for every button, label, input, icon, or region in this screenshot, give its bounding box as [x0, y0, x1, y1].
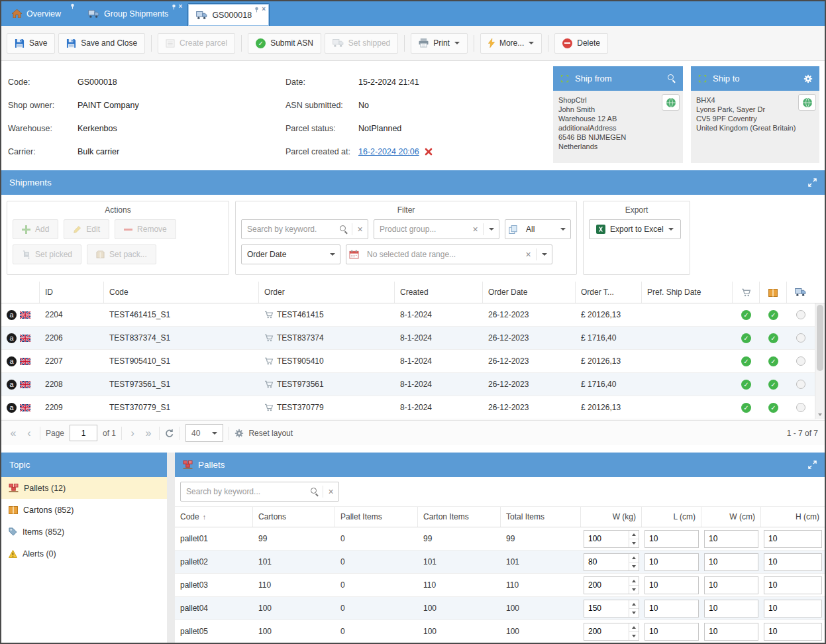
pallet-row[interactable]: pallet03 110 0 110 110 [175, 574, 825, 597]
remove-parcel-icon[interactable] [425, 148, 433, 156]
pallet-row[interactable]: pallet04 100 0 100 100 [175, 597, 825, 620]
date-range-picker[interactable]: No selected date range... [346, 244, 552, 264]
column-header-h-cm[interactable]: H (cm) [761, 507, 825, 527]
pallet-row[interactable]: pallet02 101 0 101 101 [175, 551, 825, 574]
weight-input[interactable] [584, 554, 629, 570]
column-header-pref-ship-date[interactable]: Pref. Ship Date [642, 282, 733, 303]
chevron-down-icon[interactable] [537, 245, 552, 264]
chevron-down-icon[interactable] [484, 220, 499, 239]
pallet-row[interactable]: pallet05 100 0 100 100 [175, 620, 825, 643]
expand-icon[interactable] [808, 178, 817, 187]
remove-button[interactable]: Remove [115, 219, 176, 239]
scrollbar-thumb[interactable] [817, 305, 823, 371]
column-header-pallet-items[interactable]: Pallet Items [335, 507, 418, 527]
search-icon[interactable] [336, 220, 352, 239]
search-icon[interactable] [668, 74, 676, 83]
gear-icon[interactable] [803, 74, 813, 83]
length-input[interactable] [645, 576, 699, 594]
clear-search-icon[interactable] [352, 220, 368, 239]
height-input[interactable] [764, 553, 822, 571]
spin-down-button[interactable] [629, 539, 639, 547]
width-input[interactable] [704, 600, 758, 617]
shipment-order[interactable]: TEST973561 [277, 380, 324, 389]
chevron-down-icon[interactable] [325, 245, 340, 264]
height-input[interactable] [764, 623, 822, 641]
more-button[interactable]: More... [480, 33, 542, 54]
spin-up-button[interactable] [629, 577, 639, 586]
weight-input[interactable] [584, 600, 629, 617]
ship-from-globe-button[interactable] [662, 94, 680, 111]
topic-item-items[interactable]: Items (852) [1, 521, 167, 543]
column-header-code[interactable]: Code [104, 282, 259, 303]
clear-icon[interactable] [468, 220, 483, 239]
column-header-packed[interactable] [760, 282, 787, 303]
product-group-combo[interactable]: Product group... [374, 219, 499, 239]
set-picked-button[interactable]: Set picked [13, 244, 81, 264]
tab-group-shipments[interactable]: Group Shipments [80, 1, 185, 26]
print-button[interactable]: Print [411, 33, 468, 54]
column-header-id[interactable]: ID [40, 282, 104, 303]
page-size-combo[interactable]: 40 [185, 424, 223, 442]
shipment-row[interactable]: 2209 TEST370779_S1 TEST370779 8-1-2024 2… [1, 396, 825, 419]
clear-search-icon[interactable] [323, 482, 338, 501]
topic-item-pallets[interactable]: Pallets (12) [1, 477, 167, 499]
pallet-row[interactable]: pallet01 99 0 99 99 [175, 527, 825, 551]
column-header-order-total[interactable]: Order T... [576, 282, 642, 303]
pin-icon[interactable] [254, 7, 259, 13]
column-header-cartons[interactable]: Cartons [253, 507, 335, 527]
width-input[interactable] [704, 553, 758, 571]
delete-button[interactable]: Delete [554, 33, 608, 54]
spin-up-button[interactable] [629, 600, 639, 609]
weight-input[interactable] [584, 623, 629, 640]
spin-up-button[interactable] [629, 531, 639, 539]
close-tab-icon[interactable] [262, 6, 266, 13]
height-input[interactable] [764, 576, 822, 594]
column-header-total-items[interactable]: Total Items [501, 507, 581, 527]
parcel-created-link[interactable]: 16-2-2024 20:06 [358, 147, 419, 156]
length-input[interactable] [645, 623, 699, 641]
pallets-search-input[interactable] [181, 487, 307, 496]
shipped-radio-icon[interactable] [796, 310, 805, 319]
tab-overview[interactable]: Overview [4, 1, 78, 26]
shipped-radio-icon[interactable] [796, 380, 805, 389]
weight-input[interactable] [584, 577, 629, 594]
pin-icon[interactable] [172, 4, 176, 10]
ship-to-globe-button[interactable] [798, 94, 816, 111]
topic-item-cartons[interactable]: Cartons (852) [1, 499, 167, 521]
save-and-close-button[interactable]: Save and Close [58, 33, 145, 54]
shipment-row[interactable]: 2204 TEST461415_S1 TEST461415 8-1-2024 2… [1, 303, 825, 327]
close-tab-icon[interactable] [179, 3, 183, 10]
next-page-button[interactable] [127, 428, 138, 439]
create-parcel-button[interactable]: Create parcel [158, 33, 235, 54]
shipped-radio-icon[interactable] [796, 356, 805, 366]
length-input[interactable] [645, 530, 699, 548]
expand-icon[interactable] [808, 460, 817, 469]
add-button[interactable]: Add [13, 219, 58, 239]
previous-page-button[interactable] [24, 428, 34, 439]
column-header-created[interactable]: Created [395, 282, 483, 303]
column-header-order-date[interactable]: Order Date [483, 282, 576, 303]
search-icon[interactable] [307, 482, 323, 501]
length-input[interactable] [645, 553, 699, 571]
page-number-input[interactable] [70, 425, 97, 441]
width-input[interactable] [704, 623, 758, 641]
all-filter-combo[interactable]: All [505, 219, 571, 239]
shipped-radio-icon[interactable] [796, 403, 805, 412]
column-header-carton-items[interactable]: Carton Items [418, 507, 501, 527]
export-to-excel-button[interactable]: Export to Excel [589, 219, 681, 239]
column-header-w-kg[interactable]: W (kg) [581, 507, 642, 527]
set-shipped-button[interactable]: Set shipped [325, 33, 398, 54]
pin-icon[interactable] [70, 3, 75, 9]
shipment-row[interactable]: 2208 TEST973561_S1 TEST973561 8-1-2024 2… [1, 373, 825, 396]
width-input[interactable] [704, 576, 758, 594]
length-input[interactable] [645, 600, 699, 617]
search-input[interactable] [242, 225, 336, 234]
spin-up-button[interactable] [629, 554, 639, 563]
save-button[interactable]: Save [7, 33, 55, 54]
spin-down-button[interactable] [629, 609, 639, 617]
chevron-down-icon[interactable] [555, 220, 570, 239]
column-header-flags[interactable] [1, 282, 40, 303]
column-header-shipped[interactable] [787, 282, 814, 303]
shipment-order[interactable]: TEST905410 [277, 356, 324, 366]
shipment-order[interactable]: TEST837374 [277, 333, 324, 343]
